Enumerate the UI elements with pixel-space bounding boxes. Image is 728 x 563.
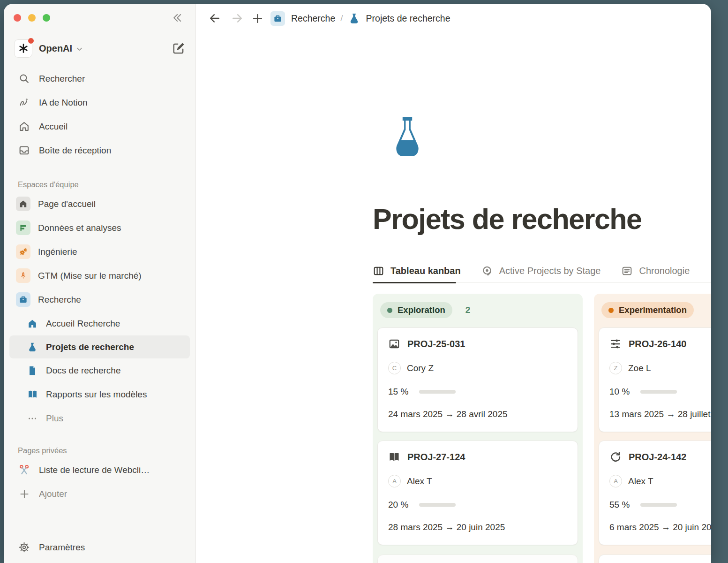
status-dot — [608, 308, 614, 313]
page-flask-icon[interactable] — [390, 116, 424, 160]
sidebar-item-research-docs[interactable]: Docs de recherche — [4, 358, 195, 382]
card-progress-row: 10 % — [609, 387, 711, 397]
main-content: Recherche / Projets de recherche Projets… — [196, 4, 711, 563]
card-id: PROJ-24-142 — [629, 452, 686, 463]
topbar: Recherche / Projets de recherche — [196, 4, 711, 33]
kanban-card-proj-26-140[interactable]: PROJ-26-140 Z Zoe L 10 % 13 mars 2025 → … — [599, 327, 711, 432]
zoom-window-button[interactable] — [43, 14, 50, 22]
card-title-row: PROJ-26-140 — [609, 338, 711, 350]
notion-ai-icon — [18, 97, 30, 108]
new-tab-plus-icon[interactable] — [251, 12, 264, 25]
sidebar-item-settings[interactable]: Paramètres — [4, 535, 195, 559]
tab-timeline[interactable]: Chronologie — [621, 265, 691, 282]
bar-chart-icon — [16, 221, 30, 235]
notion-app-window: OpenAI Rechercher IA de Notion — [4, 4, 711, 563]
inbox-icon — [18, 145, 30, 156]
search-icon — [18, 73, 30, 84]
card-date-range: 6 mars 2025 → 20 juin 2025 — [609, 522, 711, 533]
progress-bar — [640, 390, 677, 394]
breadcrumb-current-page[interactable]: Projets de recherche — [366, 13, 450, 24]
collapse-sidebar-icon[interactable] — [170, 11, 183, 24]
column-header: Experimentation — [601, 302, 711, 318]
back-icon[interactable] — [208, 12, 221, 25]
status-badge-exploration[interactable]: Exploration — [380, 302, 452, 318]
card-date-range: 13 mars 2025 → 28 juillet 2025 — [609, 409, 711, 419]
teamspaces-header: Espaces d'équipe — [18, 180, 195, 189]
settings-section: Paramètres — [4, 535, 195, 559]
status-badge-experimentation[interactable]: Experimentation — [601, 302, 694, 318]
sidebar-item-research-projects[interactable]: Projets de recherche — [9, 335, 190, 358]
sidebar-item-home[interactable]: Accueil — [4, 114, 195, 138]
card-assignee-row: A Alex T — [609, 475, 711, 487]
sidebar-item-search[interactable]: Rechercher — [4, 67, 195, 91]
progress-value: 15 % — [388, 387, 408, 397]
sidebar-item-add-page[interactable]: Ajouter — [4, 482, 195, 506]
teamspaces-list: Page d'accueil Données et analyses — [4, 192, 195, 312]
kanban-board: Exploration 2 PROJ-25-031 C Cory Z 15 % — [373, 294, 711, 563]
sidebar-item-notion-ai[interactable]: IA de Notion — [4, 91, 195, 114]
breadcrumb-research[interactable]: Recherche — [291, 13, 335, 24]
sidebar-item-homepage[interactable]: Page d'accueil — [4, 192, 195, 216]
scissors-icon — [18, 464, 30, 476]
notification-dot — [28, 38, 34, 44]
kanban-card-proj-27-124[interactable]: PROJ-27-124 A Alex T 20 % 28 mars 2025 →… — [377, 441, 578, 545]
gear-icon — [18, 541, 30, 553]
sidebar-item-inbox[interactable]: Boîte de réception — [4, 138, 195, 162]
progress-value: 55 % — [609, 500, 630, 510]
private-pages-list: Liste de lecture de Webcli… Ajouter — [4, 458, 195, 506]
window-controls — [14, 14, 50, 22]
open-book-icon — [26, 389, 38, 400]
house-icon — [26, 319, 38, 329]
close-window-button[interactable] — [14, 14, 21, 22]
workspace-switcher[interactable]: OpenAI — [14, 38, 185, 59]
card-title-row: PROJ-27-124 — [388, 451, 567, 463]
sidebar-item-more[interactable]: Plus — [4, 406, 195, 430]
status-dot — [387, 308, 392, 313]
chevron-down-icon — [76, 46, 83, 53]
column-header: Exploration 2 — [380, 302, 578, 318]
briefcase-icon — [16, 292, 30, 307]
rocket-icon — [16, 268, 30, 283]
sidebar-item-gtm[interactable]: GTM (Mise sur le marché) — [4, 264, 195, 288]
assignee-name: Zoe L — [628, 363, 651, 373]
card-date-range: 24 mars 2025 → 28 avril 2025 — [388, 409, 567, 419]
page-title[interactable]: Projets de recherche — [373, 203, 642, 236]
card-assignee-row: A Alex T — [388, 475, 567, 487]
new-page-compose-icon[interactable] — [172, 42, 185, 55]
tab-active-projects-by-stage[interactable]: Active Projects by Stage — [481, 265, 603, 282]
kanban-column-exploration: Exploration 2 PROJ-25-031 C Cory Z 15 % — [373, 294, 583, 563]
forward-icon[interactable] — [231, 12, 244, 25]
sidebar-item-engineering[interactable]: Ingénierie — [4, 240, 195, 264]
kanban-card-proj-25-031[interactable]: PROJ-25-031 C Cory Z 15 % 24 mars 2025 →… — [377, 327, 578, 432]
tab-kanban-board[interactable]: Tableau kanban — [373, 265, 463, 282]
kanban-column-experimentation: Experimentation PROJ-26-140 Z Zoe L 10 % — [594, 294, 711, 563]
progress-value: 20 % — [388, 500, 408, 510]
sidebar-item-research-home[interactable]: Accueil Recherche — [4, 312, 195, 335]
openai-logo — [14, 39, 32, 58]
kanban-card-proj-25-230[interactable]: PROJ-25-230 — [599, 555, 711, 563]
avatar: A — [609, 475, 622, 487]
view-tabs: Tableau kanban Active Projects by Stage … — [373, 260, 711, 283]
sidebar-item-model-reports[interactable]: Rapports sur les modèles — [4, 382, 195, 406]
sidebar-item-webclipper-reading-list[interactable]: Liste de lecture de Webcli… — [4, 458, 195, 482]
column-count: 2 — [465, 305, 471, 315]
house-icon — [16, 197, 30, 211]
card-title-row: PROJ-25-031 — [388, 338, 567, 350]
avatar: C — [388, 362, 401, 374]
assignee-name: Cory Z — [407, 363, 434, 373]
minimize-window-button[interactable] — [28, 14, 36, 22]
card-title-row: PROJ-24-142 — [609, 451, 711, 463]
kanban-card-proj-24-142[interactable]: PROJ-24-142 A Alex T 55 % 6 mars 2025 → … — [599, 441, 711, 545]
sidebar-item-research[interactable]: Recherche — [4, 288, 195, 312]
workspace-name: OpenAI — [39, 43, 72, 54]
card-id: PROJ-27-124 — [407, 452, 465, 463]
new-page-button[interactable]: + Nouvelle page — [377, 555, 578, 563]
document-icon — [26, 365, 38, 376]
card-progress-row: 20 % — [388, 500, 567, 510]
avatar: Z — [609, 362, 622, 374]
card-id: PROJ-26-140 — [629, 339, 686, 350]
sidebar-item-data-analytics[interactable]: Données et analyses — [4, 216, 195, 240]
sidebar-nav: Rechercher IA de Notion Accueil Boîte de… — [4, 67, 195, 162]
sidebar: OpenAI Rechercher IA de Notion — [4, 4, 196, 563]
progress-bar — [419, 390, 456, 394]
